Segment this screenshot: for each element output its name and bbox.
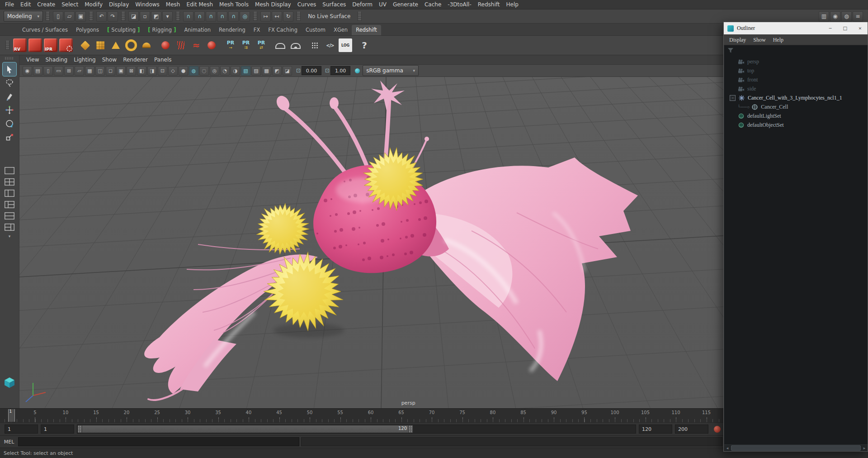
multisample-icon[interactable]: ▩ [262,66,271,76]
outliner-menu-help[interactable]: Help [769,35,787,44]
menu-help[interactable]: Help [503,0,521,9]
menu-curves[interactable]: Curves [294,0,320,9]
gamma-field[interactable]: 1.00 [330,66,350,75]
scroll-right-icon[interactable]: ▸ [861,446,868,450]
smooth-shade-icon[interactable]: ● [179,66,188,76]
outliner-item-defaultlightset[interactable]: defaultLightSet [724,111,868,120]
shelf-tab-fx-caching[interactable]: FX Caching [264,25,302,35]
playback-range-bar[interactable]: 120 [78,425,413,433]
menu-modify[interactable]: Modify [81,0,106,9]
select-camera-icon[interactable]: ◉ [23,66,32,76]
panel-menu-panels[interactable]: Panels [151,55,175,64]
redo-icon[interactable]: ↷ [108,11,118,22]
occlusion-icon[interactable]: ▧ [241,66,250,76]
menu-3dtoall[interactable]: -3DtoAll- [444,0,474,9]
outliner-menu-show[interactable]: Show [750,35,769,44]
x-ray-icon[interactable]: ◪ [283,66,292,76]
range-start-handle[interactable] [78,425,82,433]
menu-edit-mesh[interactable]: Edit Mesh [183,0,216,9]
textured-icon[interactable]: ◍ [189,66,198,76]
shelf-tab-redshift[interactable]: Redshift [352,25,381,35]
safe-title-icon[interactable]: ◨ [147,66,157,76]
scrollbar-thumb[interactable] [731,445,861,451]
current-frame-marker[interactable]: 1 [8,409,15,422]
scroll-left-icon[interactable]: ◂ [724,446,731,450]
rs-ies-light-button[interactable] [308,38,321,52]
menu-set-dropdown[interactable]: Modeling ▾ [4,11,43,22]
output-connections-icon[interactable]: ↤ [272,11,282,22]
2d-pan-zoom-icon[interactable]: ⊞ [64,66,74,76]
playback-end-field[interactable]: 120 [639,425,672,434]
open-render-view-icon[interactable]: ▥ [819,11,829,22]
view-transform-dropdown[interactable]: sRGB gamma ▾ [363,65,419,76]
shadows-icon[interactable]: ◑ [231,66,240,76]
move-tool-button[interactable] [3,103,16,117]
construction-history-icon[interactable]: ↻ [283,11,293,22]
menu-file[interactable]: File [2,0,17,9]
chevron-down-icon[interactable]: ▾ [9,234,11,239]
layout-four-pane-button[interactable] [3,177,16,187]
rs-dome-light-button[interactable] [274,38,287,52]
snap-grid-icon[interactable]: ∩ [183,11,193,22]
lights-icon[interactable]: ◔ [220,66,230,76]
redshift-render-view-button[interactable]: RV [13,38,27,52]
menu-mesh-tools[interactable]: Mesh Tools [216,0,252,9]
menu-windows[interactable]: Windows [132,0,163,9]
isolate-select-icon[interactable]: ◩ [272,66,282,76]
shelf-tab-polygons[interactable]: Polygons [72,25,103,35]
outliner-item-side[interactable]: side [724,84,868,93]
menu-surfaces[interactable]: Surfaces [319,0,349,9]
lasso-tool-button[interactable] [3,76,16,90]
open-scene-icon[interactable]: ▱ [64,11,75,22]
toolbar-grip[interactable] [358,12,362,21]
outliner-item-cancer-cell-with-3-lymphocytes-ncl1-1[interactable]: −Cancer_Cell_with_3_Lymphocytes_ncl1_1 [724,93,868,102]
outliner-item-persp[interactable]: persp [724,57,868,66]
animation-start-field[interactable]: 1 [5,425,38,434]
rs-volume-button[interactable] [94,38,107,52]
grease-pencil-icon[interactable]: ▱ [75,66,84,76]
exposure-field[interactable]: 0.00 [302,66,321,75]
snap-projected-center-icon[interactable]: ∩ [217,11,227,22]
select-hierarchy-icon[interactable]: ◪ [128,11,139,22]
command-input[interactable] [18,437,299,446]
panel-menu-renderer[interactable]: Renderer [120,55,151,64]
menu-cache[interactable]: Cache [421,0,444,9]
bookmarks-icon[interactable]: ▯ [43,66,53,76]
shelf-tab-animation[interactable]: Animation [180,25,215,35]
menu-generate[interactable]: Generate [390,0,421,9]
rs-environment-button[interactable] [109,38,123,52]
input-connections-icon[interactable]: ↦ [260,11,271,22]
menu-select[interactable]: Select [58,0,81,9]
frame-all-icon[interactable]: ⊡ [158,66,167,76]
menu-deform[interactable]: Deform [349,0,376,9]
shelf-tab-curves-surfaces[interactable]: Curves / Surfaces [18,25,72,35]
make-live-icon[interactable]: ◎ [240,11,250,22]
outliner-menu-display[interactable]: Display [726,35,750,44]
save-scene-icon[interactable]: ▣ [75,11,86,22]
toolbar-grip[interactable] [46,12,50,21]
shelf-help-button[interactable]: ? [358,38,371,52]
animation-end-field[interactable]: 200 [675,425,708,434]
outliner-item-front[interactable]: front [724,75,868,84]
expander-icon[interactable]: − [730,95,736,101]
gamma-icon[interactable]: ⊡ [325,67,330,74]
command-language-label[interactable]: MEL [0,439,18,445]
paint-select-tool-button[interactable] [3,90,16,103]
snap-curve-icon[interactable]: ∩ [194,11,205,22]
layout-three-pane-right-button[interactable] [3,222,16,232]
image-plane-icon[interactable]: ▭ [54,66,63,76]
snap-point-icon[interactable]: ∩ [206,11,216,22]
range-end-handle[interactable] [408,425,413,433]
selection-mask-icon[interactable]: ▾ [162,11,173,22]
menu-uv[interactable]: UV [376,0,390,9]
command-result-field[interactable] [301,437,722,446]
color-management-icon[interactable] [355,68,360,73]
new-scene-icon[interactable]: ▯ [53,11,63,22]
shelf-tab-custom[interactable]: Custom [302,25,330,35]
exposure-icon[interactable]: ⊡ [296,67,301,74]
wireframe-on-shaded-icon[interactable]: ◎ [210,66,219,76]
close-button[interactable]: × [853,22,868,34]
toolbar-grip[interactable] [176,12,180,21]
live-surface-label[interactable]: No Live Surface [308,13,350,19]
rs-dome-light-textured-button[interactable] [289,38,302,52]
